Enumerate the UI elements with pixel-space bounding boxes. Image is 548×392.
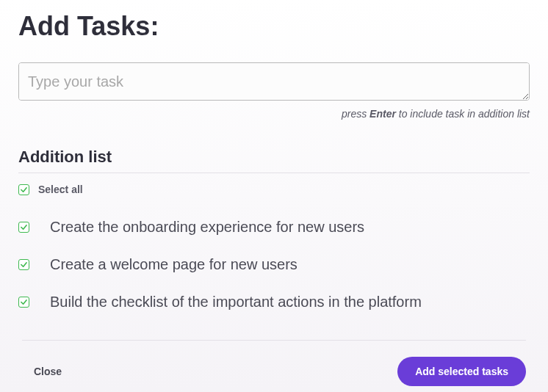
- hint-key: Enter: [369, 108, 396, 120]
- task-text: Create a welcome page for new users: [50, 256, 298, 273]
- check-icon: [21, 261, 27, 268]
- task-row[interactable]: Create the onboarding experience for new…: [18, 219, 530, 236]
- task-checkbox[interactable]: [18, 222, 29, 233]
- hint-suffix: to include task in addition list: [396, 108, 530, 120]
- task-checkbox[interactable]: [18, 259, 29, 270]
- select-all-checkbox[interactable]: [18, 184, 29, 195]
- task-text: Build the checklist of the important act…: [50, 294, 422, 311]
- check-icon: [21, 299, 27, 305]
- input-hint: press Enter to include task in addition …: [18, 108, 530, 120]
- task-list: Create the onboarding experience for new…: [18, 206, 530, 333]
- check-icon: [21, 186, 27, 193]
- page-title: Add Tasks:: [18, 11, 530, 42]
- addition-list-heading: Addition list: [18, 148, 530, 173]
- task-row[interactable]: Create a welcome page for new users: [18, 256, 530, 273]
- close-button[interactable]: Close: [22, 358, 73, 385]
- hint-prefix: press: [342, 108, 369, 120]
- select-all-row[interactable]: Select all: [18, 173, 530, 206]
- check-icon: [21, 224, 27, 231]
- add-selected-tasks-button[interactable]: Add selected tasks: [397, 357, 526, 386]
- dialog-footer: Close Add selected tasks: [22, 340, 526, 392]
- task-row[interactable]: Build the checklist of the important act…: [18, 294, 530, 311]
- select-all-label: Select all: [38, 184, 83, 195]
- task-text: Create the onboarding experience for new…: [50, 219, 364, 236]
- task-input[interactable]: [18, 62, 530, 101]
- task-checkbox[interactable]: [18, 297, 29, 308]
